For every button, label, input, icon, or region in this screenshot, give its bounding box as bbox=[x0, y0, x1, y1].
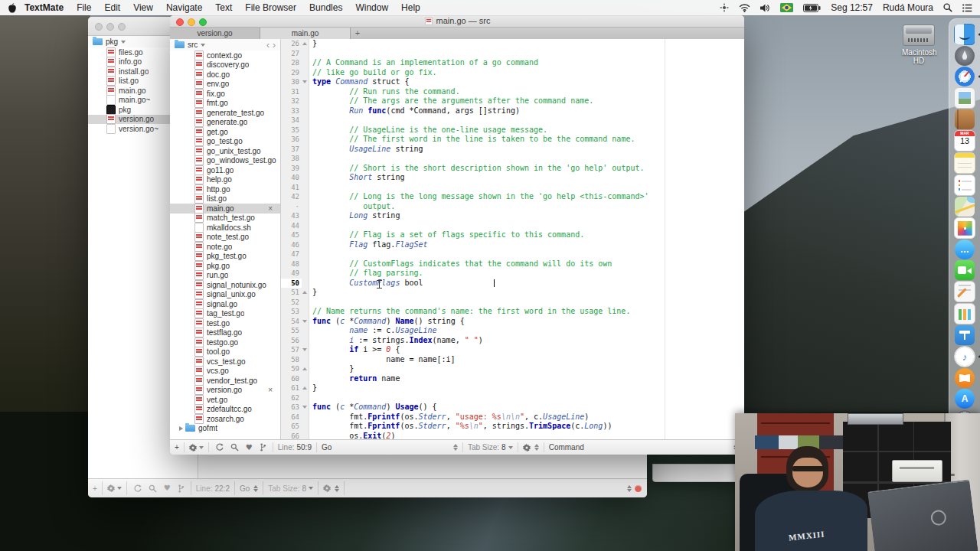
editor-line[interactable]: 49 // flag parsing. bbox=[281, 269, 744, 279]
line-number[interactable]: 32 bbox=[281, 96, 302, 106]
editor-line[interactable]: 36 // The first word in the line is take… bbox=[281, 135, 744, 145]
editor-line[interactable]: 65 fmt.Fprintf(os.Stderr, "%s\n", string… bbox=[281, 422, 744, 432]
dock-numbers-icon[interactable] bbox=[954, 303, 975, 324]
line-number[interactable]: 39 bbox=[281, 164, 302, 174]
fold-marker[interactable] bbox=[302, 383, 309, 393]
line-number[interactable]: 49 bbox=[281, 269, 302, 279]
dock-maps-icon[interactable] bbox=[955, 197, 975, 217]
file-row-go11.go[interactable]: go11.go bbox=[170, 165, 280, 175]
file-row-test.go[interactable]: test.go bbox=[170, 318, 280, 328]
editor-line[interactable]: 27 bbox=[281, 49, 744, 59]
actions-gear-button[interactable] bbox=[103, 484, 126, 492]
line-number[interactable]: 45 bbox=[281, 230, 302, 240]
editor-line[interactable]: 26} bbox=[281, 39, 744, 49]
editor-line[interactable]: 28// A Command is an implementation of a… bbox=[281, 58, 744, 68]
zoom-button[interactable] bbox=[118, 23, 126, 31]
menu-item-help[interactable]: Help bbox=[401, 2, 420, 13]
actions-gear-button[interactable] bbox=[185, 444, 208, 452]
line-number[interactable]: 62 bbox=[281, 393, 302, 403]
line-number[interactable]: 58 bbox=[281, 355, 302, 365]
line-number[interactable]: 48 bbox=[281, 259, 302, 269]
line-number[interactable]: 27 bbox=[281, 49, 302, 59]
editor-line[interactable]: 62 bbox=[281, 393, 744, 403]
editor-line[interactable]: 55 name := c.UsageLine bbox=[281, 326, 744, 336]
line-number[interactable]: 43 bbox=[281, 211, 302, 221]
line-number[interactable]: 37 bbox=[281, 145, 302, 155]
file-row-tag_test.go[interactable]: tag_test.go bbox=[170, 309, 280, 319]
spotlight-search-icon[interactable] bbox=[943, 3, 952, 12]
line-number[interactable]: 61 bbox=[281, 383, 302, 393]
chevron-down-icon[interactable] bbox=[121, 41, 126, 44]
dock-contacts-icon[interactable] bbox=[955, 109, 975, 129]
line-number[interactable]: · bbox=[281, 202, 302, 212]
editor-line[interactable]: 56 i := strings.Index(name, " ") bbox=[281, 336, 744, 346]
close-file-button[interactable]: × bbox=[268, 204, 273, 213]
file-row-generate_test.go[interactable]: generate_test.go bbox=[170, 108, 280, 118]
file-row-http.go[interactable]: http.go bbox=[170, 184, 280, 194]
disclosure-triangle-icon[interactable] bbox=[179, 426, 183, 431]
editor-line[interactable]: · output. bbox=[281, 202, 744, 212]
file-row-note_test.go[interactable]: note_test.go bbox=[170, 233, 280, 243]
menu-item-bundles[interactable]: Bundles bbox=[309, 2, 342, 13]
symbol-stepper[interactable] bbox=[627, 485, 632, 492]
file-row-main.go[interactable]: main.go× bbox=[170, 204, 280, 214]
fold-marker[interactable] bbox=[302, 364, 309, 374]
dock-ibooks-icon[interactable] bbox=[955, 368, 975, 388]
line-number[interactable]: 31 bbox=[281, 87, 302, 97]
front-window-main-go[interactable]: main.go — src version.gomain.go+ src ‹ ›… bbox=[170, 15, 744, 455]
editor-line[interactable]: 43 Long string bbox=[281, 211, 744, 221]
app-menu-title[interactable]: TextMate bbox=[24, 2, 64, 13]
menu-item-file[interactable]: File bbox=[77, 2, 91, 13]
menu-item-window[interactable]: Window bbox=[355, 2, 388, 13]
scm-branch-icon[interactable] bbox=[260, 443, 266, 452]
dock-keynote-icon[interactable] bbox=[955, 325, 975, 345]
keyboard-brightness-icon[interactable] bbox=[720, 3, 729, 12]
dock-safari-icon[interactable] bbox=[955, 67, 975, 86]
close-file-button[interactable]: × bbox=[268, 386, 273, 394]
file-row-go_test.go[interactable]: go_test.go bbox=[170, 137, 280, 147]
file-row-env.go[interactable]: env.go bbox=[170, 80, 280, 90]
chevron-down-icon[interactable] bbox=[201, 44, 205, 47]
dock-photos-icon[interactable] bbox=[954, 217, 975, 239]
line-number[interactable]: 41 bbox=[281, 183, 302, 193]
fold-marker[interactable] bbox=[302, 403, 309, 412]
editor-line[interactable]: 46 Flag flag.FlagSet bbox=[281, 240, 744, 250]
editor-line[interactable]: 58 name = name[:i] bbox=[281, 355, 744, 365]
editor-line[interactable]: 38 bbox=[281, 154, 744, 164]
dock-finder-icon[interactable] bbox=[954, 24, 975, 45]
file-row-context.go[interactable]: context.go bbox=[170, 51, 280, 60]
file-row-go_windows_test.go[interactable]: go_windows_test.go bbox=[170, 156, 280, 166]
history-back-button[interactable]: ‹ bbox=[266, 41, 270, 49]
editor-line[interactable]: 35 // UsageLine is the one-line usage me… bbox=[281, 126, 744, 135]
editor-line[interactable]: 37 UsageLine string bbox=[281, 145, 744, 155]
menu-item-text[interactable]: Text bbox=[215, 2, 232, 13]
line-number[interactable]: 26 bbox=[281, 39, 302, 49]
editor-line[interactable]: 40 Short string bbox=[281, 173, 744, 183]
editor-line[interactable]: 39 // Short is the short description sho… bbox=[281, 164, 744, 174]
file-row-vcs_test.go[interactable]: vcs_test.go bbox=[170, 357, 280, 367]
editor-line[interactable]: 61} bbox=[281, 383, 744, 393]
line-number[interactable]: 60 bbox=[281, 374, 302, 384]
language-selector[interactable]: Go bbox=[235, 484, 263, 493]
dock-calendar-icon[interactable]: MAR13 bbox=[954, 130, 975, 152]
editor-line[interactable]: 54func (c *Command) Name() string { bbox=[281, 317, 744, 327]
user-menu[interactable]: Rudá Moura bbox=[883, 2, 933, 13]
file-row-go_unix_test.go[interactable]: go_unix_test.go bbox=[170, 146, 280, 156]
dock-facetime-icon[interactable] bbox=[955, 260, 975, 280]
file-row-vendor_test.go[interactable]: vendor_test.go bbox=[170, 376, 280, 386]
line-value[interactable]: 50:9 bbox=[297, 443, 312, 452]
search-icon[interactable] bbox=[230, 443, 239, 452]
code-editor[interactable]: 26}2728// A Command is an implementation… bbox=[281, 39, 744, 440]
editor-line[interactable]: 29// like go build or go fix. bbox=[281, 68, 744, 78]
line-number[interactable]: 33 bbox=[281, 106, 302, 116]
tab-size-selector[interactable]: Tab Size: 8 bbox=[463, 443, 518, 452]
apple-menu-icon[interactable] bbox=[8, 2, 17, 14]
fold-marker[interactable] bbox=[302, 288, 309, 298]
file-row-zosarch.go[interactable]: zosarch.go bbox=[170, 414, 280, 424]
file-row-note.go[interactable]: note.go bbox=[170, 242, 280, 252]
bundle-gear-button[interactable] bbox=[518, 444, 544, 452]
file-row-signal_notunix.go[interactable]: signal_notunix.go bbox=[170, 280, 280, 290]
minimize-button[interactable] bbox=[188, 18, 195, 26]
file-row-testflag.go[interactable]: testflag.go bbox=[170, 328, 280, 338]
line-number[interactable]: 29 bbox=[281, 68, 302, 78]
